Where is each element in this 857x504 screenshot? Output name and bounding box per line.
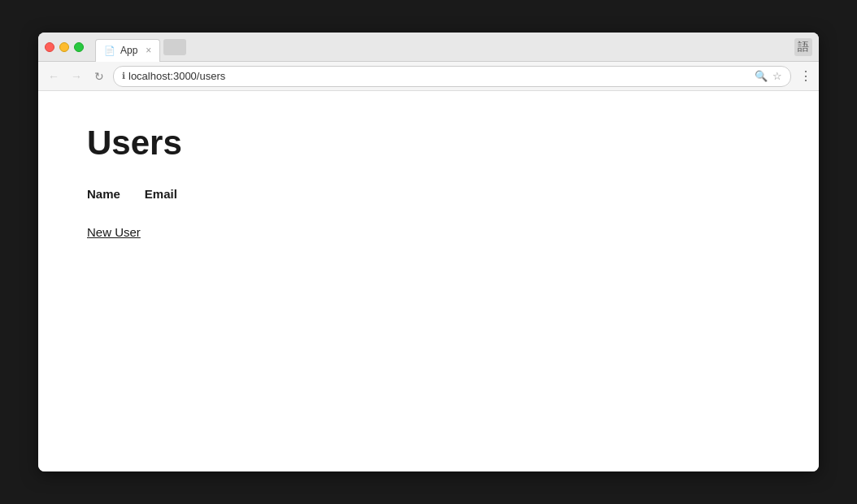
close-button[interactable] bbox=[45, 42, 54, 52]
col-header-name: Name bbox=[87, 187, 120, 201]
page-content: Users Name Email New User bbox=[38, 91, 819, 471]
table-header: Name Email bbox=[87, 187, 770, 201]
search-icon[interactable]: 🔍 bbox=[755, 70, 768, 82]
new-user-link[interactable]: New User bbox=[87, 225, 141, 239]
tab-close-icon[interactable]: × bbox=[146, 45, 151, 56]
tab-label: App bbox=[120, 45, 137, 56]
tab-bar: 📄 App × bbox=[95, 36, 790, 59]
extension-icon[interactable]: 語 bbox=[794, 38, 812, 56]
browser-menu-button[interactable]: ⋮ bbox=[799, 68, 812, 84]
back-button[interactable]: ← bbox=[45, 67, 63, 85]
browser-window: 📄 App × 語 ← → ↻ ℹ localhost:3000/users 🔍… bbox=[38, 33, 819, 471]
maximize-button[interactable] bbox=[74, 42, 84, 52]
new-tab-button[interactable] bbox=[163, 39, 186, 55]
tab-icon: 📄 bbox=[104, 46, 115, 56]
reload-button[interactable]: ↻ bbox=[90, 67, 108, 85]
traffic-lights bbox=[45, 42, 84, 52]
address-bar[interactable]: ℹ localhost:3000/users 🔍 ☆ bbox=[113, 66, 791, 87]
nav-bar: ← → ↻ ℹ localhost:3000/users 🔍 ☆ ⋮ bbox=[38, 62, 819, 91]
col-header-email: Email bbox=[145, 187, 177, 201]
active-tab[interactable]: 📄 App × bbox=[95, 39, 160, 62]
bookmark-icon[interactable]: ☆ bbox=[772, 70, 782, 82]
title-bar: 📄 App × 語 bbox=[38, 33, 819, 62]
page-title: Users bbox=[87, 124, 770, 163]
url-text: localhost:3000/users bbox=[128, 70, 751, 82]
secure-icon: ℹ bbox=[122, 71, 125, 81]
address-actions: 🔍 ☆ bbox=[755, 70, 782, 82]
forward-button[interactable]: → bbox=[67, 67, 85, 85]
minimize-button[interactable] bbox=[59, 42, 69, 52]
